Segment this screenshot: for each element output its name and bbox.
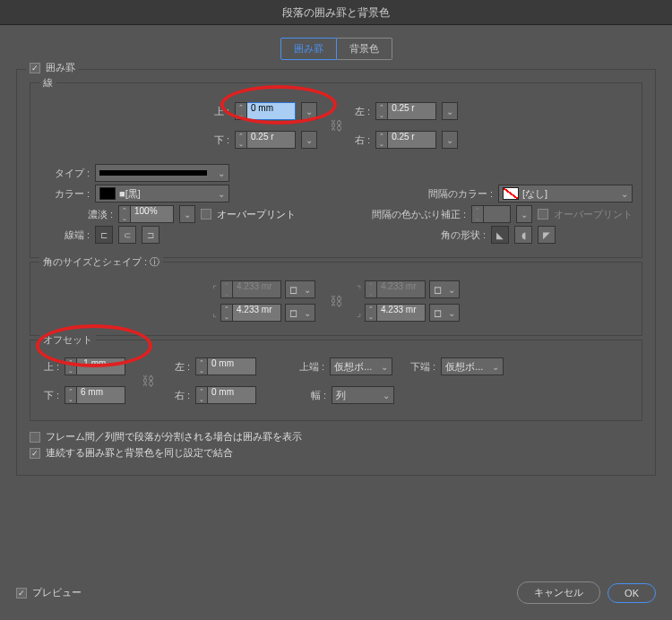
merge-checkbox[interactable] [30,448,40,459]
topedge-dropdown[interactable]: 仮想ボ... [330,357,392,375]
tint-unit[interactable] [179,205,195,223]
offset-bottom-stepper[interactable]: ⌃⌄ [65,386,77,404]
offset-left-input[interactable]: 0 mm [208,357,256,375]
corner-bl-input[interactable]: 4.233 mr [233,304,281,322]
tint-stepper[interactable]: ⌃⌄ [118,205,131,223]
swatch-none [503,187,519,200]
stroke-right-unit[interactable] [442,131,458,149]
stroke-left-unit[interactable] [442,102,458,120]
stroke-left-input[interactable]: 0.25 r [388,102,436,120]
corner-tr-icon: ⌝ [357,284,361,296]
gap-tint-unit [516,205,532,223]
join-label: 角の形状 : [441,228,486,242]
stroke-bottom-input[interactable]: 0.25 r [247,131,296,149]
preview-checkbox[interactable] [16,588,27,598]
stroke-bottom-unit[interactable] [301,131,317,149]
cap-butt-icon[interactable]: ⊏ [95,226,113,244]
stroke-top-input[interactable]: 0 mm [247,102,296,120]
gap-tint-input [484,205,511,223]
offset-left-label: 左 : [170,360,190,374]
ok-button[interactable]: OK [607,583,656,603]
window-title: 段落の囲み罫と背景色 [0,0,672,25]
gap-overprint-label: オーバープリント [554,208,633,221]
width-dropdown[interactable]: 列 [332,386,394,404]
offset-top-label: 上 : [39,360,59,374]
offset-bottom-input[interactable]: 6 mm [77,386,125,404]
stroke-right-stepper[interactable]: ⌃⌄ [375,131,388,149]
cap-round-icon[interactable]: ⊂ [118,226,136,244]
stroke-top-stepper[interactable]: ⌃⌄ [235,102,247,120]
corner-tl-icon: ⌜ [212,284,217,296]
offset-top-input[interactable]: -1 mm [77,357,125,375]
tab-background[interactable]: 背景色 [337,38,392,60]
corner-tr-shape[interactable]: ◻ [429,280,460,298]
offset-link-icon[interactable]: ⛓ [142,374,154,388]
width-label: 幅 : [299,389,326,402]
bottomedge-dropdown[interactable]: 仮想ボ... [441,357,504,375]
cancel-button[interactable]: キャンセル [517,581,600,604]
stroke-color-dropdown[interactable]: ■[黒] [95,185,229,202]
info-icon[interactable]: ⓘ [150,256,159,267]
enable-border-label: 囲み罫 [46,61,75,74]
corner-br-icon: ⌟ [357,307,361,319]
offset-right-input[interactable]: 0 mm [208,386,256,404]
stroke-right-label: 右 : [355,133,370,147]
overprint-label: オーバープリント [217,208,296,221]
offset-left-stepper[interactable]: ⌃⌄ [195,357,208,375]
corner-bl-icon: ⌞ [212,307,217,319]
stroke-left-stepper[interactable]: ⌃⌄ [375,102,388,120]
cap-label: 線端 : [39,228,90,242]
split-checkbox[interactable] [30,432,40,443]
tab-border[interactable]: 囲み罫 [280,38,337,60]
join-bevel-icon[interactable]: ◤ [538,226,556,244]
stroke-bottom-stepper[interactable]: ⌃⌄ [235,131,247,149]
corner-bl-shape[interactable]: ◻ [285,304,315,322]
offset-right-stepper[interactable]: ⌃⌄ [195,386,208,404]
corner-tl-input: 4.233 mr [233,280,281,298]
footer: プレビュー キャンセル OK [0,573,672,620]
split-label: フレーム間／列間で段落が分割される場合は囲み罫を表示 [46,430,302,443]
offset-right-label: 右 : [170,389,190,402]
overprint-checkbox[interactable] [201,209,211,220]
merge-label: 連続する囲み罫と背景色を同じ設定で結合 [46,446,233,460]
offset-group: オフセット 上 : ⌃⌄-1 mm 下 : ⌃⌄6 mm ⛓ 左 : ⌃⌄0 m… [30,340,642,421]
main-panel: 囲み罫 線 上 : ⌃⌄ 0 mm 下 : ⌃⌄ 0.2 [16,69,656,476]
gap-tint-stepper: ⌃⌄ [471,205,484,223]
gap-color-label: 間隔のカラー : [428,187,493,201]
stroke-legend: 線 [39,76,56,90]
stroke-type-dropdown[interactable] [95,164,229,182]
type-label: タイプ : [39,167,90,180]
stroke-type-preview [99,170,207,176]
stroke-left-label: 左 : [355,105,370,118]
bottomedge-label: 下端 : [410,360,435,374]
offset-bottom-label: 下 : [39,389,59,402]
color-label: カラー : [39,187,90,201]
corners-group: 角のサイズとシェイプ : ⓘ ⌜ ⌃⌄4.233 mr ◻ ⌞ ⌃⌄4.233 … [30,262,642,336]
corner-link-icon[interactable]: ⛓ [330,294,342,308]
link-icon[interactable]: ⛓ [330,118,342,133]
gap-color-dropdown[interactable]: [なし] [498,185,633,202]
tint-input[interactable]: 100% [131,205,174,223]
preview-label: プレビュー [32,586,82,599]
corner-br-stepper[interactable]: ⌃⌄ [365,304,377,322]
topedge-label: 上端 : [299,360,324,374]
corner-br-shape[interactable]: ◻ [429,304,460,322]
gap-tint-label: 間隔の色かぶり補正 : [372,208,466,221]
corner-tl-stepper: ⌃⌄ [220,280,233,298]
corner-tr-stepper: ⌃⌄ [365,280,377,298]
join-miter-icon[interactable]: ◣ [491,226,509,244]
enable-border-checkbox[interactable] [30,63,40,73]
corner-tl-shape[interactable]: ◻ [285,280,315,298]
join-round-icon[interactable]: ◖ [514,226,532,244]
cap-square-icon[interactable]: ⊐ [142,226,159,244]
tabs: 囲み罫背景色 [0,25,672,69]
stroke-top-label: 上 : [214,105,229,118]
gap-overprint-checkbox [538,209,548,220]
swatch-black [99,187,116,200]
offset-legend: オフセット [39,333,96,347]
stroke-right-input[interactable]: 0.25 r [388,131,436,149]
corner-br-input[interactable]: 4.233 mr [377,304,426,322]
stroke-top-unit[interactable] [301,102,317,120]
corner-bl-stepper[interactable]: ⌃⌄ [220,304,233,322]
offset-top-stepper[interactable]: ⌃⌄ [65,357,77,375]
